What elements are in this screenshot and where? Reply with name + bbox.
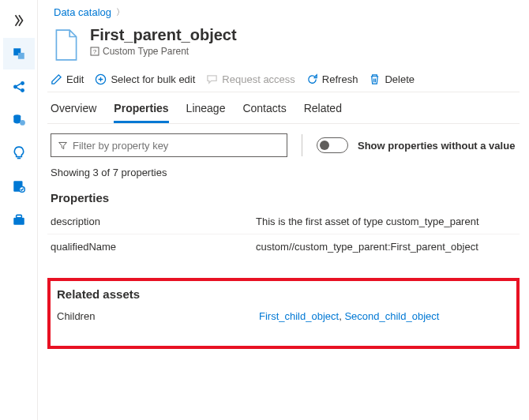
sidebar-item-share[interactable] — [3, 71, 35, 103]
toggle-label: Show properties without a value — [358, 140, 515, 152]
chevron-right-icon: 〉 — [116, 6, 125, 18]
catalog-icon — [12, 47, 26, 61]
svg-rect-1 — [17, 53, 24, 59]
sidebar-item-insights[interactable] — [3, 137, 35, 169]
related-link-1[interactable]: First_child_object — [259, 310, 339, 322]
trash-icon — [369, 73, 381, 85]
toolbar: Edit Select for bulk edit Request access… — [47, 69, 520, 92]
asset-subtitle: ? Custom Type Parent — [90, 46, 237, 57]
show-empty-toggle[interactable] — [317, 137, 348, 153]
breadcrumb-root[interactable]: Data catalog — [54, 6, 111, 18]
edit-button[interactable]: Edit — [51, 73, 84, 85]
tab-related[interactable]: Related — [304, 102, 342, 123]
lightbulb-icon — [12, 146, 26, 160]
left-rail — [0, 0, 38, 420]
showing-count: Showing 3 of 7 properties — [47, 163, 520, 186]
related-link-2[interactable]: Second_child_object — [344, 310, 439, 322]
tab-contacts[interactable]: Contacts — [242, 102, 286, 123]
plus-circle-icon — [95, 73, 107, 85]
tab-properties[interactable]: Properties — [114, 102, 168, 123]
svg-point-6 — [20, 120, 25, 126]
property-key: description — [51, 216, 256, 227]
properties-heading: Properties — [47, 186, 520, 209]
property-row: description This is the first asset of t… — [47, 209, 520, 234]
collapse-button[interactable] — [3, 5, 35, 36]
breadcrumb: Data catalog 〉 — [47, 0, 520, 23]
request-access-button: Request access — [206, 73, 295, 85]
filter-row: Show properties without a value — [47, 124, 520, 163]
filter-input-wrapper[interactable] — [51, 133, 287, 157]
svg-rect-11 — [16, 215, 21, 217]
property-row: qualifiedName custom//custom_type_parent… — [47, 234, 520, 259]
asset-header: First_parent_object ? Custom Type Parent — [47, 23, 520, 69]
chevron-right-icon — [12, 13, 26, 28]
sidebar-item-management[interactable] — [3, 204, 35, 235]
property-value: custom//custom_type_parent:First_parent_… — [256, 241, 516, 253]
svg-rect-7 — [17, 158, 21, 159]
database-icon — [12, 113, 26, 127]
svg-point-4 — [21, 88, 24, 92]
related-assets-highlight: Related assets Children First_child_obje… — [47, 278, 520, 349]
refresh-button[interactable]: Refresh — [306, 73, 358, 85]
svg-text:?: ? — [93, 48, 97, 55]
related-heading: Related assets — [57, 287, 510, 304]
select-bulk-button[interactable]: Select for bulk edit — [95, 73, 195, 85]
toggle-wrap: Show properties without a value — [317, 137, 515, 153]
policy-icon — [12, 179, 26, 193]
filter-input[interactable] — [73, 140, 280, 152]
svg-rect-10 — [13, 218, 24, 225]
share-icon — [12, 80, 26, 94]
main-content: Data catalog 〉 First_parent_object ? Cus… — [38, 0, 529, 420]
file-icon — [51, 26, 82, 64]
property-value: This is the first asset of type custom_t… — [256, 216, 516, 227]
sidebar-item-data[interactable] — [3, 104, 35, 136]
property-key: qualifiedName — [51, 241, 256, 253]
tabs: Overview Properties Lineage Contacts Rel… — [47, 92, 520, 124]
related-row: Children First_child_object, Second_chil… — [57, 304, 510, 322]
asset-title: First_parent_object — [90, 26, 237, 44]
filter-icon — [58, 141, 68, 151]
tab-lineage[interactable]: Lineage — [186, 102, 226, 123]
tab-overview[interactable]: Overview — [51, 102, 96, 123]
type-icon: ? — [90, 47, 99, 56]
related-value: First_child_object, Second_child_object — [259, 310, 439, 322]
refresh-icon — [306, 73, 318, 85]
asset-type-label: Custom Type Parent — [103, 46, 189, 57]
sidebar-item-policy[interactable] — [3, 171, 35, 202]
related-key: Children — [57, 310, 259, 322]
sidebar-item-catalog[interactable] — [3, 38, 35, 69]
properties-list: description This is the first asset of t… — [47, 209, 520, 259]
comment-icon — [206, 73, 218, 85]
divider — [302, 134, 302, 156]
delete-button[interactable]: Delete — [369, 73, 415, 85]
svg-point-3 — [21, 81, 24, 85]
pencil-icon — [51, 73, 62, 85]
toolbox-icon — [12, 212, 26, 227]
